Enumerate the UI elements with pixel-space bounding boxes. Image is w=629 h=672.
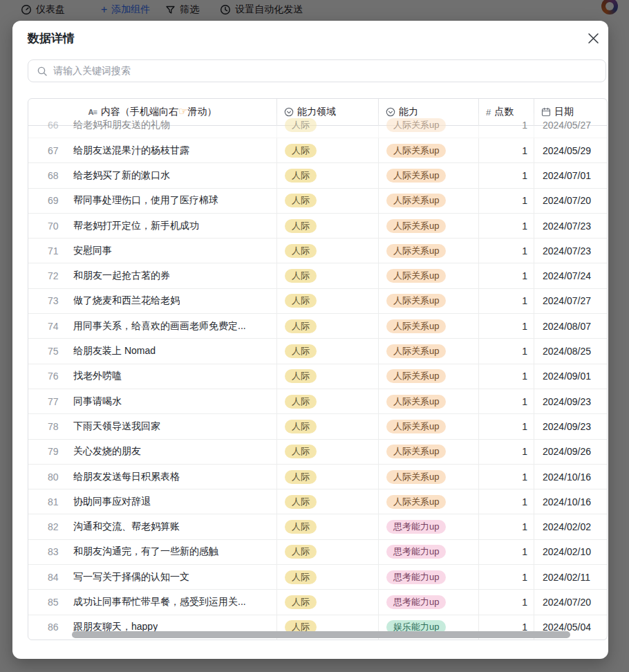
table-row[interactable]: 69 帮同事处理伤口，使用了医疗棉球 人际 人际关系up 1 2024/07/2…	[28, 189, 607, 214]
row-content: 协助同事应对辞退	[73, 496, 151, 508]
row-number: 82	[48, 521, 73, 532]
row-content: 给朋友发送每日积累表格	[73, 471, 180, 483]
domain-badge: 人际	[285, 319, 317, 333]
ability-badge: 人际关系up	[386, 219, 446, 233]
row-number: 83	[48, 546, 73, 557]
row-content: 和朋友一起抢古茗的券	[73, 270, 170, 282]
domain-badge: 人际	[285, 144, 317, 158]
ability-badge: 思考能力up	[386, 520, 446, 534]
table-row[interactable]: 79 关心发烧的朋友 人际 人际关系up 1 2024/09/26	[28, 440, 607, 465]
row-number: 80	[48, 472, 73, 483]
points-value: 1	[522, 346, 527, 357]
points-value: 1	[522, 496, 527, 507]
table-row[interactable]: 74 用同事关系，给喜欢的画画老师免费定... 人际 人际关系up 1 2024…	[28, 314, 607, 339]
date-value: 2024/09/23	[543, 421, 591, 432]
date-value: 2024/09/26	[543, 446, 591, 457]
domain-badge: 人际	[285, 570, 317, 584]
ability-badge: 人际关系up	[386, 169, 446, 183]
table-row[interactable]: 68 给老妈买了新的漱口水 人际 人际关系up 1 2024/07/01	[28, 163, 607, 188]
table-row[interactable]: 81 协助同事应对辞退 人际 人际关系up 1 2024/10/16	[28, 489, 607, 514]
ability-badge: 人际关系up	[386, 319, 446, 333]
points-value: 1	[522, 421, 527, 432]
table-row[interactable]: 84 写一写关于择偶的认知一文 人际 思考能力up 1 2024/02/11	[28, 565, 607, 590]
row-number: 75	[48, 346, 73, 357]
row-content: 安慰同事	[73, 245, 112, 257]
domain-badge: 人际	[285, 344, 317, 358]
row-number: 69	[48, 195, 73, 206]
row-number: 70	[48, 221, 73, 232]
domain-badge: 人际	[285, 219, 317, 233]
row-content: 关心发烧的朋友	[73, 445, 141, 458]
table-row[interactable]: 85 成功让同事帮忙带早餐，感受到运用关... 人际 思考能力up 1 2024…	[28, 590, 607, 615]
row-number: 86	[48, 622, 73, 633]
ability-badge: 思考能力up	[386, 595, 446, 609]
date-value: 2024/09/01	[543, 371, 591, 382]
table-row[interactable]: 72 和朋友一起抢古茗的券 人际 人际关系up 1 2024/07/24	[28, 263, 607, 288]
domain-badge: 人际	[285, 395, 317, 409]
row-number: 81	[48, 496, 73, 507]
row-content: 给朋友装上 Nomad	[73, 345, 156, 357]
ability-badge: 人际关系up	[386, 395, 446, 409]
date-value: 2024/05/27	[543, 120, 591, 131]
date-value: 2024/08/25	[543, 346, 591, 357]
domain-badge: 人际	[285, 445, 317, 458]
table-row[interactable]: 80 给朋友发送每日积累表格 人际 人际关系up 1 2024/10/16	[28, 465, 607, 489]
row-number: 79	[48, 446, 73, 457]
table-row[interactable]: 67 给朋友送混果汁的杨枝甘露 人际 人际关系up 1 2024/05/29	[28, 138, 607, 163]
ability-badge: 人际关系up	[386, 118, 446, 132]
domain-badge: 人际	[285, 169, 317, 183]
points-value: 1	[522, 195, 527, 206]
date-value: 2024/05/29	[543, 145, 591, 156]
row-number: 84	[48, 572, 73, 583]
table-row[interactable]: 70 帮老妈打开定位，新手机成功 人际 人际关系up 1 2024/07/23	[28, 214, 607, 239]
table-row[interactable]: 76 找老外唠嗑 人际 人际关系up 1 2024/09/01	[28, 364, 607, 389]
date-value: 2024/07/23	[543, 245, 591, 256]
ability-badge: 人际关系up	[386, 445, 446, 458]
date-value: 2024/10/16	[543, 496, 591, 507]
row-content: 下雨天领导送我回家	[73, 420, 160, 433]
table-row[interactable]: 71 安慰同事 人际 人际关系up 1 2024/07/23	[28, 239, 607, 263]
table-row[interactable]: 75 给朋友装上 Nomad 人际 人际关系up 1 2024/08/25	[28, 339, 607, 364]
domain-badge: 人际	[285, 269, 317, 283]
ability-badge: 人际关系up	[386, 420, 446, 433]
date-value: 2024/02/10	[543, 546, 591, 557]
table-row-partially-scrolled[interactable]: 66 给老妈和朋友送的礼物 人际 人际关系up 1 2024/05/27	[28, 126, 607, 138]
table-row[interactable]: 77 同事请喝水 人际 人际关系up 1 2024/09/23	[28, 389, 607, 414]
date-value: 2024/07/20	[543, 195, 591, 206]
ability-badge: 人际关系up	[386, 294, 446, 308]
modal-title: 数据详情	[28, 30, 75, 46]
table-row[interactable]: 78 下雨天领导送我回家 人际 人际关系up 1 2024/09/23	[28, 414, 607, 439]
row-content: 用同事关系，给喜欢的画画老师免费定...	[73, 320, 246, 333]
points-value: 1	[522, 396, 527, 407]
points-value: 1	[522, 170, 527, 181]
points-value: 1	[522, 120, 527, 131]
data-detail-modal: 数据详情 请输入关键词搜索 A≡ 内容（手机端向右☞滑动） 能力领域	[12, 21, 608, 659]
row-content: 给朋友送混果汁的杨枝甘露	[73, 144, 189, 157]
row-content: 同事请喝水	[73, 395, 122, 408]
domain-badge: 人际	[285, 118, 317, 132]
date-value: 2024/02/02	[543, 521, 591, 532]
row-content: 帮同事处理伤口，使用了医疗棉球	[73, 194, 218, 207]
row-content: 给老妈买了新的漱口水	[73, 169, 170, 182]
date-value: 2024/07/27	[543, 295, 591, 306]
table-row[interactable]: 82 沟通和交流、帮老妈算账 人际 思考能力up 1 2024/02/02	[28, 514, 607, 539]
domain-badge: 人际	[285, 470, 317, 484]
points-value: 1	[522, 270, 527, 281]
ability-badge: 人际关系up	[386, 470, 446, 484]
ability-badge: 人际关系up	[386, 144, 446, 158]
data-table: A≡ 内容（手机端向右☞滑动） 能力领域 能力 # 点数	[28, 98, 608, 640]
table-row[interactable]: 73 做了烧麦和西兰花给老妈 人际 人际关系up 1 2024/07/27	[28, 289, 607, 314]
ability-badge: 人际关系up	[386, 344, 446, 358]
search-input[interactable]: 请输入关键词搜索	[28, 59, 606, 82]
date-value: 2024/08/07	[543, 321, 591, 332]
domain-badge: 人际	[285, 194, 317, 207]
table-row[interactable]: 83 和朋友沟通完，有了一些新的感触 人际 思考能力up 1 2024/02/1…	[28, 540, 607, 565]
horizontal-scrollbar[interactable]	[72, 631, 570, 638]
row-number: 77	[48, 396, 73, 407]
ability-badge: 人际关系up	[386, 369, 446, 383]
close-icon[interactable]	[586, 31, 600, 45]
date-value: 2024/07/23	[543, 221, 591, 232]
points-value: 1	[522, 145, 527, 156]
ability-badge: 思考能力up	[386, 545, 446, 559]
domain-badge: 人际	[285, 520, 317, 534]
